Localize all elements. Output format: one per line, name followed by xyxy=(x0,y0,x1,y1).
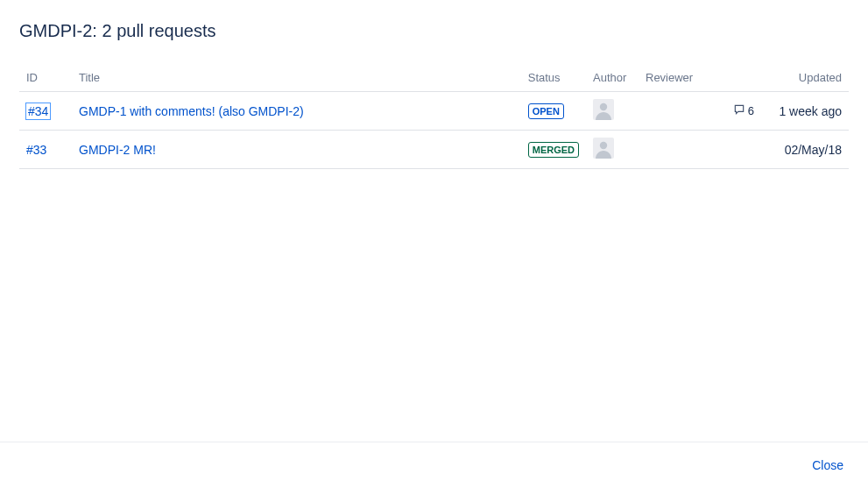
col-header-author: Author xyxy=(586,66,639,92)
comment-icon xyxy=(733,103,745,118)
svg-point-0 xyxy=(600,103,607,110)
author-avatar[interactable] xyxy=(593,138,614,159)
table-row: #33GMDPI-2 MR!MERGED02/May/18 xyxy=(19,131,849,169)
comment-count-value: 6 xyxy=(748,104,754,117)
status-badge: OPEN xyxy=(528,103,564,119)
col-header-status: Status xyxy=(521,66,586,92)
updated-cell: 02/May/18 xyxy=(761,131,849,169)
author-avatar[interactable] xyxy=(593,99,614,120)
pr-title-link[interactable]: GMDP-1 with comments! (also GMDPI-2) xyxy=(79,104,304,118)
pr-id-link[interactable]: #33 xyxy=(26,143,46,157)
pr-title-link[interactable]: GMDPI-2 MR! xyxy=(79,143,156,157)
col-header-id: ID xyxy=(19,66,72,92)
pr-id-link[interactable]: #34 xyxy=(26,103,50,119)
status-badge: MERGED xyxy=(528,142,579,158)
pull-requests-table: ID Title Status Author Reviewer Updated … xyxy=(19,66,849,169)
dialog-footer: Close xyxy=(0,442,868,488)
col-header-updated: Updated xyxy=(761,66,849,92)
close-button[interactable]: Close xyxy=(812,458,843,472)
comment-count[interactable]: 6 xyxy=(733,103,754,118)
updated-cell: 1 week ago xyxy=(761,92,849,131)
col-header-reviewer: Reviewer xyxy=(639,66,761,92)
table-row: #34GMDP-1 with comments! (also GMDPI-2)O… xyxy=(19,92,849,131)
col-header-title: Title xyxy=(72,66,521,92)
page-title: GMDPI-2: 2 pull requests xyxy=(19,21,849,41)
svg-point-1 xyxy=(600,142,607,149)
